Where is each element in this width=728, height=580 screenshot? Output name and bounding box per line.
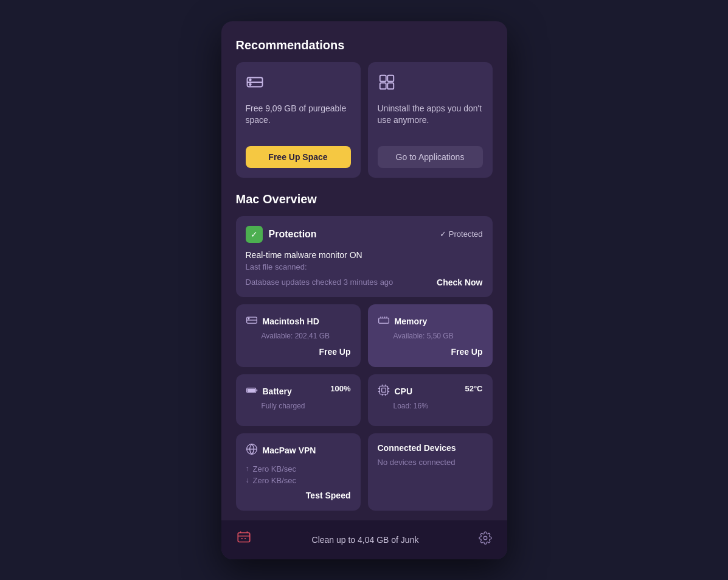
battery-value: 100% [330,384,350,393]
memory-card: Memory Available: 5,50 GB Free Up [368,304,493,367]
memory-action: Free Up [378,346,483,357]
no-devices-text: No devices connected [378,458,483,467]
svg-rect-6 [380,83,386,89]
memory-free-up-button[interactable]: Free Up [451,347,482,357]
rec-card-storage: Free 9,09 GB of purgeable space. Free Up… [236,62,361,178]
settings-icon[interactable] [479,531,492,548]
svg-rect-18 [248,389,255,391]
vpn-devices-grid: MacPaw VPN ↑ Zero KB/sec ↓ Zero KB/sec T… [236,433,493,511]
protection-header: ✓ Protection ✓ Protected [246,226,483,243]
macintosh-card: Macintosh HD Available: 202,41 GB Free U… [236,304,361,367]
battery-subtitle: Fully charged [262,402,351,410]
battery-cpu-grid: Battery 100% Fully charged [236,374,493,426]
vpn-card: MacPaw VPN ↑ Zero KB/sec ↓ Zero KB/sec T… [236,433,361,511]
macintosh-title: Macintosh HD [263,316,319,326]
connected-devices-card: Connected Devices No devices connected [368,433,493,511]
cleanup-icon [236,530,252,550]
connected-devices-title: Connected Devices [378,443,483,453]
cleanup-text: Clean up to 4,04 GB of Junk [312,535,419,545]
upload-arrow-icon: ↑ [246,464,249,473]
rec-card-apps: Uninstall the apps you don't use anymore… [368,62,493,178]
download-arrow-icon: ↓ [246,476,249,484]
vpn-title: MacPaw VPN [263,445,316,455]
recommendations-section: Recommendations Free 9,09 GB of purgeabl… [236,38,493,178]
vpn-icon [246,443,258,458]
memory-title: Memory [395,316,428,326]
cpu-value: 52°C [465,384,482,393]
vpn-title-row: MacPaw VPN [246,443,351,458]
svg-rect-20 [381,388,386,392]
disk-icon [246,314,258,329]
vpn-upload-row: ↑ Zero KB/sec [246,464,351,473]
svg-point-2 [249,79,251,81]
memory-subtitle: Available: 5,50 GB [393,332,483,340]
rec-card-storage-text: Free 9,09 GB of purgeable space. [246,103,351,139]
macintosh-header: Macintosh HD [246,314,351,329]
protection-left: ✓ Protection [246,226,317,243]
protected-badge: ✓ Protected [440,229,483,239]
svg-rect-7 [387,83,393,89]
app-window: Recommendations Free 9,09 GB of purgeabl… [221,21,507,559]
svg-rect-11 [378,318,389,323]
memory-icon [378,314,390,329]
malware-status: Real-time malware monitor ON [246,250,483,260]
memory-header: Memory [378,314,483,329]
cpu-header: CPU [378,384,413,399]
battery-header: Battery [246,384,292,399]
protection-title: Protection [269,229,317,240]
test-speed-row: Test Speed [246,490,351,501]
shield-icon: ✓ [246,226,263,243]
battery-title: Battery [263,386,292,396]
storage-icon [246,73,351,96]
svg-rect-19 [380,386,387,394]
macintosh-free-up-button[interactable]: Free Up [319,347,350,357]
bottom-bar: Clean up to 4,04 GB of Junk [221,520,507,559]
apps-icon [378,73,483,96]
mac-overview-section: Mac Overview ✓ Protection ✓ Protected Re… [236,192,493,511]
cpu-card: CPU 52°C Load: 16% [368,374,493,426]
cpu-subtitle: Load: 16% [393,402,483,410]
battery-icon [246,384,258,399]
go-to-applications-button[interactable]: Go to Applications [378,146,483,168]
cpu-title: CPU [395,386,413,396]
check-mark: ✓ [440,229,446,239]
vpn-download: Zero KB/sec [253,476,297,485]
db-row: Database updates checked 3 minutes ago C… [246,278,483,287]
db-update-text: Database updates checked 3 minutes ago [246,278,393,287]
recommendations-title: Recommendations [236,38,493,52]
svg-point-3 [249,83,251,85]
protected-text: Protected [449,229,483,239]
last-scanned: Last file scanned: [246,262,483,271]
svg-rect-31 [238,533,250,542]
overview-title: Mac Overview [236,192,493,206]
vpn-download-row: ↓ Zero KB/sec [246,476,351,485]
main-content: Recommendations Free 9,09 GB of purgeabl… [221,21,507,511]
rec-card-apps-text: Uninstall the apps you don't use anymore… [378,103,483,139]
svg-rect-5 [387,75,393,81]
test-speed-button[interactable]: Test Speed [306,491,351,500]
battery-card: Battery 100% Fully charged [236,374,361,426]
protection-card: ✓ Protection ✓ Protected Real-time malwa… [236,216,493,297]
cpu-icon [378,384,390,399]
recommendations-cards: Free 9,09 GB of purgeable space. Free Up… [236,62,493,178]
svg-point-32 [484,536,488,540]
svg-point-10 [248,318,249,319]
macintosh-action: Free Up [246,346,351,357]
vpn-upload: Zero KB/sec [253,464,297,473]
check-now-button[interactable]: Check Now [437,278,482,287]
svg-rect-4 [380,75,386,81]
free-up-space-button[interactable]: Free Up Space [246,146,351,168]
storage-memory-grid: Macintosh HD Available: 202,41 GB Free U… [236,304,493,367]
macintosh-subtitle: Available: 202,41 GB [262,332,351,340]
